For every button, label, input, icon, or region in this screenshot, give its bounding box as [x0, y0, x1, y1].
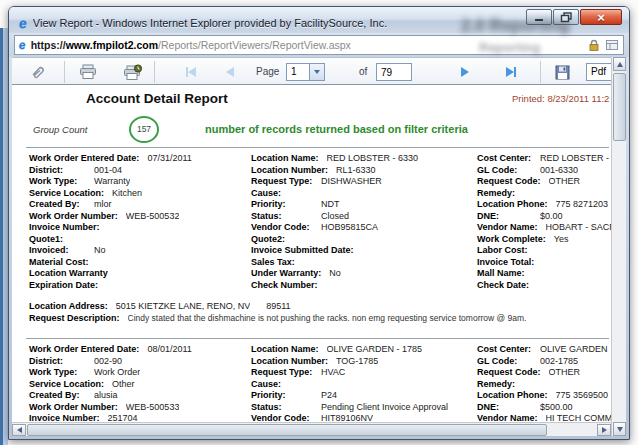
field-value: P24	[321, 390, 337, 402]
titlebar[interactable]: e View Report - Windows Internet Explore…	[9, 7, 629, 33]
field-row: Check Date:	[477, 280, 611, 292]
restore-button[interactable]	[553, 9, 579, 25]
field-value: Closed	[321, 211, 349, 223]
field-label: Labor Cost:	[477, 245, 540, 257]
field-label: Work Complete:	[477, 234, 554, 246]
field-value: 002-1785	[540, 356, 578, 368]
horizontal-scroll-thumb[interactable]	[27, 424, 547, 436]
scroll-up-button[interactable]	[613, 57, 626, 71]
field-row: Request Code:OTHER	[477, 367, 611, 379]
record-grid: Work Order Entered Date:07/31/2011Distri…	[20, 153, 611, 291]
field-row: District:002-90	[29, 356, 251, 368]
next-page-icon	[461, 67, 469, 77]
field-value: WEB-500532	[126, 211, 180, 223]
field-label: Quote2:	[251, 234, 321, 246]
field-row: Priority:P24	[251, 390, 477, 402]
print-button[interactable]	[76, 63, 100, 81]
print-options-button[interactable]	[120, 63, 146, 81]
field-value: WEB-500533	[126, 402, 180, 414]
field-row: Location Warranty Expiration Date:	[29, 268, 251, 291]
field-row: Request Type:DISHWASHER	[251, 176, 477, 188]
field-row: Created By:mlor	[29, 199, 251, 211]
total-pages-input[interactable]	[376, 63, 412, 81]
field-value: OTHER	[549, 176, 581, 188]
compatibility-view-icon[interactable]	[605, 38, 619, 52]
attachment-button[interactable]	[26, 63, 50, 81]
record-column: Work Order Entered Date:07/31/2011Distri…	[29, 153, 251, 291]
scroll-left-button[interactable]	[12, 424, 26, 436]
field-label: Status:	[251, 402, 321, 414]
field-value: Kitchen	[112, 188, 142, 200]
first-page-button[interactable]	[180, 63, 202, 81]
save-button[interactable]	[550, 63, 574, 81]
field-label: District:	[29, 165, 94, 177]
field-label: District:	[29, 356, 94, 368]
field-label: Vendor Code:	[251, 413, 321, 422]
field-label: Work Type:	[29, 176, 94, 188]
toolbar-separator	[154, 61, 155, 83]
field-label: Cost Center:	[477, 153, 540, 165]
next-page-button[interactable]	[455, 63, 475, 81]
scroll-down-button[interactable]	[613, 422, 626, 436]
field-label: Request Description:	[29, 313, 128, 323]
field-label: Invoiced:	[29, 245, 94, 257]
desktop-background: e View Report - Windows Internet Explore…	[0, 0, 638, 445]
arrow-left-icon	[17, 427, 22, 433]
field-row: Quote1:	[29, 234, 251, 246]
field-label: Sales Tax:	[251, 257, 321, 269]
last-page-bar	[514, 67, 516, 77]
field-value: Other	[112, 379, 135, 391]
field-label: Service Location:	[29, 379, 112, 391]
last-page-icon	[506, 67, 514, 77]
field-label: Created By:	[29, 199, 94, 211]
field-value: HIT89106NV	[321, 413, 373, 422]
field-row: Vendor Code:HIT89106NV	[251, 413, 477, 422]
arrow-right-icon	[602, 427, 607, 433]
field-row: Invoice Number:	[29, 222, 251, 234]
url-field[interactable]: e https://www.fmpilot2.com/Reports/Repor…	[14, 35, 624, 55]
field-row: Service Location:Other	[29, 379, 251, 391]
field-zip: 89511	[266, 301, 290, 311]
field-label: GL Code:	[477, 165, 540, 177]
field-row: Invoiced:No	[29, 245, 251, 257]
printer-options-icon	[123, 64, 143, 81]
field-value: HOBART - SACR	[546, 222, 611, 234]
field-label: Location Phone:	[477, 390, 556, 402]
record-grid: Work Order Entered Date:08/01/2011Distri…	[20, 344, 611, 422]
scroll-right-button[interactable]	[597, 424, 611, 436]
field-row: Work Complete:Yes	[477, 234, 611, 246]
close-icon: ×	[597, 11, 605, 24]
field-value: Yes	[554, 234, 569, 246]
field-label: Work Type:	[29, 367, 94, 379]
prev-page-icon	[226, 67, 234, 77]
field-row: Location Phone:775 8271203	[477, 199, 611, 211]
field-row: Under Warranty:No	[251, 268, 477, 280]
field-value: HVAC	[321, 367, 345, 379]
field-label: Work Order Entered Date:	[29, 153, 147, 165]
vertical-scrollbar[interactable]	[611, 57, 626, 436]
field-label: Location Name:	[251, 344, 327, 356]
minimize-button[interactable]	[526, 9, 552, 25]
field-label: DNE:	[477, 402, 540, 414]
group-count-circle: 157	[129, 116, 159, 143]
close-button[interactable]: ×	[580, 9, 622, 25]
report-viewport: Page 1 of	[12, 57, 626, 436]
location-address-row: Location Address:5015 KIETZKE LANE, RENO…	[29, 301, 611, 311]
chevron-down-icon	[314, 70, 320, 74]
group-count-label: Group Count	[33, 124, 129, 135]
horizontal-scrollbar[interactable]	[12, 422, 611, 436]
field-row: DNE:$0.00	[477, 211, 611, 223]
field-value: OLIVE GARDEN	[540, 344, 608, 356]
prev-page-button[interactable]	[220, 63, 240, 81]
page-select-dropdown[interactable]	[310, 63, 325, 81]
page-select[interactable]: 1	[286, 63, 325, 81]
vertical-scroll-thumb[interactable]	[613, 73, 626, 141]
record: Work Order Entered Date:07/31/2011Distri…	[20, 148, 611, 338]
field-row: Location Name:RED LOBSTER - 6330	[251, 153, 477, 165]
group-count-row: Group Count 157 number of records return…	[33, 114, 611, 144]
field-label: Mall Name:	[477, 268, 540, 280]
field-label: Work Order Entered Date:	[29, 344, 147, 356]
field-value: 001-6330	[540, 165, 578, 177]
field-value: 5015 KIETZKE LANE, RENO, NV	[116, 301, 251, 311]
last-page-button[interactable]	[500, 63, 522, 81]
